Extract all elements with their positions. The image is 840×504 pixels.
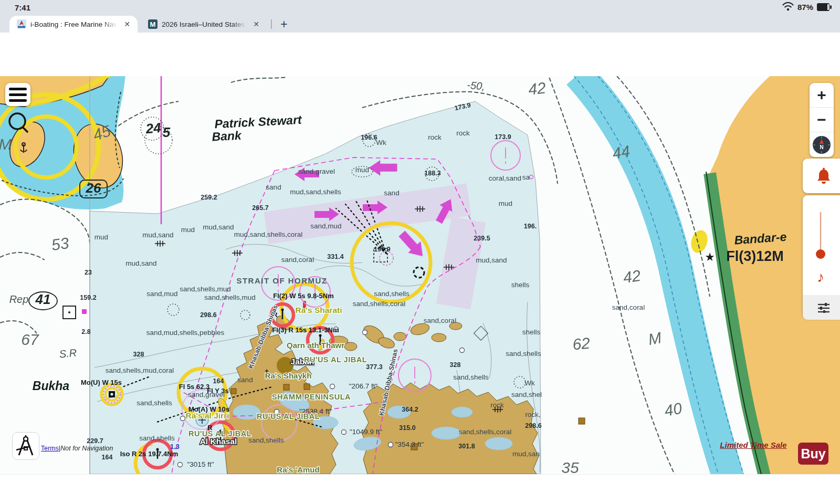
map-label: sand,shells,coral xyxy=(353,300,406,308)
map-label: sand,shells,coral xyxy=(459,428,512,436)
battery-percent: 87% xyxy=(797,3,813,12)
map-label: sand,shells xyxy=(374,290,410,298)
map-label: shells xyxy=(511,281,530,289)
iboating-favicon-icon xyxy=(17,19,26,29)
map-label: 298.6 xyxy=(200,311,216,319)
map-label: Wk xyxy=(376,139,386,146)
map-label: SHAMM PENINSULA xyxy=(272,393,351,401)
zoom-in-button[interactable]: + xyxy=(810,83,834,108)
map-label: sand,shells xyxy=(506,350,541,358)
map-label: 196. xyxy=(524,223,537,230)
map-label: mud,sand xyxy=(142,231,173,239)
terms-link[interactable]: Terms xyxy=(41,445,59,452)
map-label: Fl 5s 62.3 xyxy=(179,383,210,391)
map-label: 67 xyxy=(21,331,39,348)
map-label: "3015 ft" xyxy=(187,460,214,468)
map-label: 2.8 xyxy=(81,328,90,335)
map-label: sand,mud xyxy=(146,290,177,298)
map-label: sand xyxy=(266,183,281,191)
map-label: 298.6 xyxy=(525,422,541,429)
map-label: mud,sand xyxy=(476,256,507,264)
close-tab-icon[interactable]: ✕ xyxy=(122,19,132,29)
buoy-mo-u xyxy=(101,384,122,405)
disclaimer: Not for Navigation xyxy=(60,445,113,452)
browser-toolbar: ← → ⟳ fishing-app.gpsnauticalcharts.com/… xyxy=(0,33,840,76)
nautical-chart-map[interactable]: ★ xyxy=(0,76,840,474)
map-label: sand,shells,mud xyxy=(204,293,256,301)
menu-hamburger-button[interactable] xyxy=(5,83,30,106)
map-label: sand,shells,mud,coral xyxy=(106,366,174,374)
map-label: 173.9 xyxy=(495,133,511,141)
map-label: Ra's 'Amud xyxy=(277,465,319,474)
map-label: shells xyxy=(522,328,541,336)
compass-icon: N xyxy=(812,135,831,154)
map-label: mud xyxy=(499,200,512,207)
status-bar: 7:41 87% xyxy=(0,0,840,16)
map-label: "1049.9 ft" xyxy=(350,428,382,436)
attribution: Terms|Not for Navigation xyxy=(41,445,113,452)
compass-button[interactable]: N xyxy=(810,132,834,157)
map-label: 24 xyxy=(145,120,162,137)
close-tab-icon[interactable]: ✕ xyxy=(251,19,261,29)
map-label: Iso R 2s 19.7.4Nm xyxy=(120,450,178,458)
tab-strip: i-Boating : Free Marine Navig ✕ M 2026 I… xyxy=(0,16,840,33)
map-label: 5 xyxy=(163,124,171,140)
map-label: 265.7 xyxy=(252,204,268,212)
alerts-panel[interactable] xyxy=(803,159,840,193)
map-label: 1.3 xyxy=(170,443,180,450)
search-button[interactable] xyxy=(6,111,30,137)
measure-tool[interactable] xyxy=(12,432,39,460)
map-label: RU'US AL JIBAL xyxy=(304,355,367,364)
map-label: S.R xyxy=(59,347,77,360)
map-label: Fl(2) W 5s 9.8-5Nm xyxy=(273,292,334,300)
map-label: 26 xyxy=(86,180,101,196)
map-label: rock xyxy=(490,401,504,409)
lighthouse-star-icon: ★ xyxy=(705,250,715,264)
zoom-out-button[interactable]: − xyxy=(810,108,834,132)
map-label: 159.2 xyxy=(80,294,96,301)
layers-panel: ♪ xyxy=(803,195,840,318)
map-label: STRAIT OF HORMUZ xyxy=(236,276,327,285)
map-label: Bank xyxy=(212,128,243,143)
depth-slider[interactable]: ♪ xyxy=(803,195,840,293)
map-label: 229.7 xyxy=(87,437,103,445)
buy-button[interactable]: Buy xyxy=(798,443,828,465)
map-label: 196.6 xyxy=(361,134,377,141)
map-label: Mo(U) W 15s xyxy=(81,379,122,386)
map-label: 364.2 xyxy=(402,406,418,413)
map-label: 259.2 xyxy=(201,194,217,201)
settings-button[interactable] xyxy=(803,295,840,320)
map-label: mud,sand,shells,coral xyxy=(234,230,303,238)
zoom-control: + − N xyxy=(810,83,834,157)
map-label: 53 xyxy=(50,234,70,254)
sale-banner: Limited Time Sale xyxy=(714,440,793,449)
wifi-icon xyxy=(782,2,794,12)
map-label: sand,shells,mud xyxy=(180,285,231,293)
clock: 7:41 xyxy=(15,3,30,12)
map-label: sand,shells xyxy=(139,434,175,442)
map-label: 41 xyxy=(35,291,51,307)
tab-iboating[interactable]: i-Boating : Free Marine Navig ✕ xyxy=(9,16,138,33)
map-label: Fl(3) R 15s 13.1-3Nm xyxy=(272,326,339,334)
map-label: 331.4 xyxy=(327,253,343,260)
map-label: 42 xyxy=(528,79,547,98)
tab-wikipedia[interactable]: M 2026 Israeli–United States st ✕ xyxy=(141,16,267,33)
map-label: 35 xyxy=(561,459,579,474)
tab-title: i-Boating : Free Marine Navig xyxy=(30,20,118,28)
map-label: 239.5 xyxy=(474,235,490,242)
new-tab-button[interactable]: + xyxy=(277,17,291,32)
map-label: 328 xyxy=(133,351,144,358)
map-label: sand,mud xyxy=(310,222,341,230)
map-label: -50, xyxy=(466,79,486,92)
map-label: M xyxy=(0,135,12,153)
map-label: Rep xyxy=(9,293,29,305)
map-label: "354.3 ft" xyxy=(395,440,424,448)
map-label: Fl(3)12M xyxy=(726,248,784,264)
map-label: sand,shells xyxy=(453,373,489,381)
map-label: sa xyxy=(522,173,530,181)
map-label: mud xyxy=(181,226,195,234)
map-label: 44 xyxy=(611,142,632,162)
map-label: 42 xyxy=(622,267,642,286)
android-nav-bar xyxy=(0,474,840,504)
map-label: 196.9 xyxy=(374,246,390,253)
